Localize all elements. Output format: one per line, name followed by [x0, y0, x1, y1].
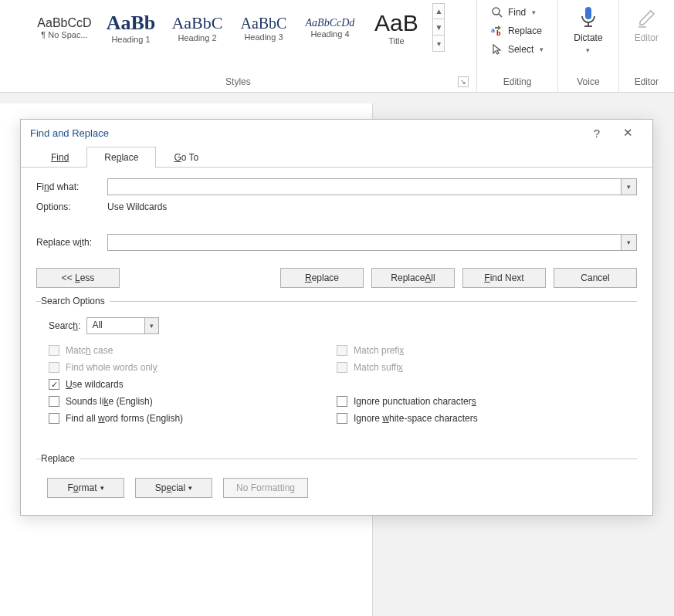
style-sample: AaBb [107, 12, 156, 35]
style-tile-3[interactable]: AaBbCHeading 3 [230, 3, 296, 52]
dialog-tabs: Find Replace Go To [21, 146, 652, 167]
dictate-button[interactable]: Dictate ▾ [563, 0, 613, 54]
select-label: Select [508, 44, 533, 55]
select-button[interactable]: Select ▾ [488, 42, 547, 57]
use-wildcards-checkbox[interactable]: ✓Use wildcards [49, 379, 337, 390]
styles-gallery: AaBbCcD¶ No Spac...AaBbHeading 1AaBbCHea… [31, 0, 445, 52]
gallery-scroll-down[interactable]: ▼ [432, 19, 445, 36]
replace-all-button[interactable]: Replace All [371, 268, 455, 288]
search-icon [491, 6, 503, 19]
replace-legend: Replace [41, 453, 80, 464]
style-sample: AaBbCcDd [306, 17, 355, 29]
replace-with-input[interactable] [107, 234, 622, 251]
style-sample: AaBbC [240, 15, 286, 32]
svg-line-1 [499, 14, 502, 17]
svg-rect-4 [585, 7, 591, 19]
help-button[interactable]: ? [581, 127, 612, 140]
tab-find-label: Find [51, 152, 69, 163]
gallery-scroll-up[interactable]: ▲ [432, 3, 445, 19]
find-what-dropdown[interactable]: ▾ [622, 178, 637, 195]
ribbon-group-editing: Find ▾ ab Replace Select ▾ Editing [476, 0, 557, 92]
close-button[interactable]: ✕ [612, 126, 643, 140]
tab-goto[interactable]: Go To [156, 147, 216, 168]
chevron-down-icon: ▾ [532, 8, 536, 16]
style-sample: AaBbC [171, 13, 222, 33]
style-tile-5[interactable]: AaBTitle [363, 3, 429, 52]
cursor-icon [491, 43, 503, 56]
search-direction-value: All [86, 317, 145, 334]
style-name: Title [388, 36, 404, 46]
editor-button[interactable]: Editor [624, 0, 669, 43]
whole-words-checkbox: Find whole words only [49, 362, 337, 373]
style-name: Heading 1 [111, 35, 150, 44]
style-sample: AaB [374, 10, 418, 36]
find-what-input[interactable] [107, 178, 622, 195]
svg-text:b: b [496, 29, 501, 37]
find-next-button[interactable]: Find Next [462, 268, 546, 288]
ignore-punct-checkbox[interactable]: Ignore punctuation characters [337, 396, 625, 407]
style-tile-2[interactable]: AaBbCHeading 2 [164, 3, 230, 52]
format-button[interactable]: Format ▾ [47, 478, 124, 498]
replace-section: Replace Format ▾ Special ▾ No Formatting [36, 453, 637, 501]
style-sample: AaBbCcD [37, 16, 91, 30]
styles-dialog-launcher-icon[interactable]: ↘ [458, 76, 469, 87]
match-suffix-checkbox: Match suffix [337, 362, 625, 373]
style-tile-4[interactable]: AaBbCcDdHeading 4 [296, 3, 363, 52]
style-name: Heading 3 [244, 32, 283, 42]
editing-group-label: Editing [503, 76, 532, 87]
replace-icon: ab [491, 25, 503, 37]
svg-point-0 [493, 8, 500, 15]
style-name: Heading 4 [310, 29, 349, 39]
editor-label: Editor [635, 32, 659, 43]
search-options-section: Search Options Search: All ▾ Match case … [36, 296, 637, 427]
chevron-down-icon: ▾ [540, 46, 544, 53]
search-direction-label: Search: [49, 320, 80, 331]
pen-icon [635, 5, 657, 29]
style-tile-0[interactable]: AaBbCcD¶ No Spac... [31, 3, 97, 52]
tab-replace[interactable]: Replace [86, 147, 156, 168]
replace-button[interactable]: ab Replace [488, 23, 545, 39]
dictate-label: Dictate [574, 32, 602, 43]
match-case-checkbox: Match case [49, 345, 337, 356]
replace-with-dropdown[interactable]: ▾ [622, 234, 637, 251]
dialog-titlebar: Find and Replace ? ✕ [21, 120, 652, 146]
ribbon-group-styles: AaBbCcD¶ No Spac...AaBbHeading 1AaBbCHea… [0, 0, 476, 92]
chevron-down-icon: ▾ [586, 46, 590, 54]
ribbon-group-editor: Editor Editor [618, 0, 674, 92]
voice-group-label: Voice [577, 76, 599, 87]
find-label: Find [508, 7, 526, 18]
no-formatting-button: No Formatting [223, 478, 308, 498]
microphone-icon [577, 5, 599, 29]
style-name: Heading 2 [178, 33, 216, 42]
find-replace-dialog: Find and Replace ? ✕ Find Replace Go To … [20, 119, 653, 516]
options-value: Use Wildcards [107, 201, 167, 212]
special-button[interactable]: Special ▾ [135, 478, 212, 498]
styles-gallery-scroll: ▲ ▼ ▾ [432, 3, 445, 52]
find-what-label: Find what: [36, 181, 107, 192]
search-direction-select[interactable]: All ▾ [86, 317, 159, 334]
sounds-like-checkbox[interactable]: Sounds like (English) [49, 396, 337, 407]
replace-label: Replace [508, 25, 542, 36]
match-prefix-checkbox: Match prefix [337, 345, 625, 356]
cancel-button[interactable]: Cancel [554, 268, 637, 288]
word-forms-checkbox[interactable]: Find all word forms (English) [49, 413, 337, 424]
ribbon-group-voice: Dictate ▾ Voice [557, 0, 618, 92]
less-button[interactable]: << Less [36, 268, 120, 288]
gallery-more[interactable]: ▾ [432, 36, 445, 52]
tab-find[interactable]: Find [33, 147, 86, 168]
style-tile-1[interactable]: AaBbHeading 1 [97, 3, 164, 52]
replace-with-label: Replace with: [36, 237, 107, 248]
editor-group-label: Editor [635, 76, 659, 87]
options-label: Options: [36, 201, 107, 212]
dialog-title: Find and Replace [30, 127, 109, 139]
style-name: ¶ No Spac... [41, 30, 87, 39]
ignore-ws-checkbox[interactable]: Ignore white-space characters [337, 413, 625, 424]
find-button[interactable]: Find ▾ [488, 5, 539, 20]
search-options-legend: Search Options [41, 296, 110, 306]
chevron-down-icon: ▾ [145, 317, 159, 334]
styles-group-label: Styles [225, 76, 251, 87]
replace-button-dlg[interactable]: Replace [280, 268, 364, 288]
ribbon: AaBbCcD¶ No Spac...AaBbHeading 1AaBbCHea… [0, 0, 674, 93]
